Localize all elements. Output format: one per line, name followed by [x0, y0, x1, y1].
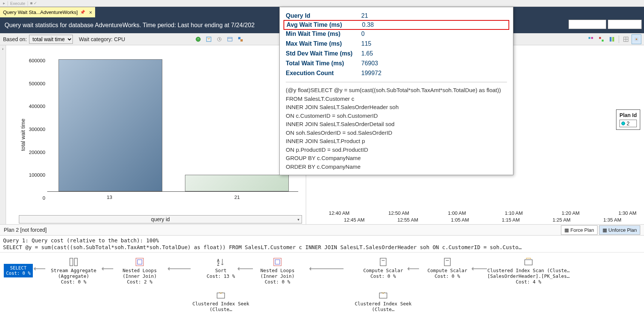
- svg-rect-8: [591, 37, 593, 39]
- svg-rect-3: [228, 37, 232, 41]
- tooltip-row: Execution Count199972: [286, 68, 507, 78]
- ytick: 100000: [29, 172, 45, 178]
- tooltip-sql-line: GROUP BY c.CompanyName: [286, 154, 507, 163]
- ytick: 400000: [29, 103, 45, 109]
- tooltip-row: Min Wait Time (ms)0: [286, 29, 507, 39]
- bar-query-13[interactable]: [59, 59, 162, 191]
- svg-rect-26: [380, 258, 386, 266]
- plan-node-clustered-scan[interactable]: Clustered Index Scan (Cluste…[SalesOrder…: [483, 257, 574, 285]
- view-chart-icon[interactable]: [632, 34, 641, 44]
- ytick: 200000: [29, 149, 45, 155]
- circle-icon: [621, 122, 625, 125]
- tooltip-sql-line: ON c.CustomerID = soh.CustomerID: [286, 112, 507, 120]
- ytick: 0: [43, 195, 45, 200]
- tooltip-sql-line: FROM SalesLT.Customer c: [286, 95, 507, 103]
- svg-rect-12: [612, 37, 614, 42]
- tooltip-row: Max Wait Time (ms)115: [286, 39, 507, 49]
- plan-node-clustered-seek-2[interactable]: Clustered Index Seek (Cluste…: [347, 290, 419, 312]
- execution-plan[interactable]: SELECTCost: 0 % Stream Aggregate(Aggrega…: [0, 253, 644, 313]
- document-tab[interactable]: Query Wait Sta...AdventureWorks] 📌 ×: [0, 7, 95, 17]
- svg-rect-10: [602, 40, 604, 42]
- svg-rect-20: [136, 258, 143, 266]
- collapse-handle[interactable]: ›: [0, 45, 6, 224]
- svg-rect-11: [610, 37, 612, 42]
- sort-icon: AZ: [216, 257, 226, 267]
- plan-node-nested-loops-2[interactable]: Nested Loops(Inner Join)Cost: 0 %: [242, 257, 313, 285]
- gear-icon: ⚙: [611, 22, 616, 27]
- query-text: Query 1: Query cost (relative to the bat…: [0, 236, 644, 253]
- svg-text:Z: Z: [217, 262, 219, 266]
- svg-point-0: [196, 37, 200, 42]
- ytick: 300000: [29, 126, 45, 132]
- tooltip-sql-line: INNER JOIN SalesLT.SalesOrderHeader soh: [286, 103, 507, 112]
- bar-query-21[interactable]: [185, 175, 289, 191]
- unforce-icon: ▦: [602, 227, 607, 233]
- index-seek-icon: [216, 290, 226, 300]
- header-title: Query wait statistics for database Adven…: [5, 22, 254, 29]
- svg-rect-30: [525, 260, 532, 265]
- plan-id-legend: Plan Id 2: [616, 109, 640, 130]
- pin-icon[interactable]: 📌: [80, 10, 85, 15]
- wait-category-label: Wait category: CPU: [79, 36, 125, 42]
- svg-rect-7: [589, 37, 590, 39]
- table-icon[interactable]: [225, 34, 235, 44]
- svg-rect-18: [70, 258, 73, 266]
- tooltip-sql-line: (@y float)SELECT @y = sum(cast((soh.SubT…: [286, 86, 507, 95]
- compute-icon: [378, 257, 388, 267]
- configure-button[interactable]: ⚙Configure: [608, 20, 642, 29]
- xtick: 21: [234, 194, 240, 200]
- xtick: 13: [107, 194, 112, 200]
- escape-view-button[interactable]: ⤢scape View: [569, 20, 606, 29]
- unforce-plan-button[interactable]: ▦Unforce Plan: [599, 225, 640, 235]
- view2-icon[interactable]: [596, 34, 606, 44]
- view1-icon[interactable]: [586, 34, 596, 44]
- view3-icon[interactable]: [607, 34, 617, 44]
- plan-node-nested-loops-1[interactable]: Nested Loops(Inner Join)Cost: 2 %: [104, 257, 176, 285]
- svg-point-17: [636, 39, 637, 40]
- index-seek-icon: [378, 290, 388, 300]
- escape-icon: ⤢: [572, 22, 576, 27]
- plan-header: Plan 2 [not forced] ▦Force Plan ▦Unforce…: [0, 224, 644, 236]
- nested-loops-icon: [135, 257, 145, 267]
- svg-rect-25: [275, 260, 280, 264]
- refresh-icon[interactable]: [193, 34, 203, 44]
- ytick: 600000: [29, 58, 45, 63]
- time-xticks-row1: 12:40 AM12:50 AM1:00 AM1:10 AM1:20 AM1:3…: [329, 210, 636, 216]
- exec-icon[interactable]: [236, 34, 245, 44]
- close-icon[interactable]: ×: [89, 9, 92, 15]
- index-scan-icon: [524, 257, 533, 267]
- plan-node-select[interactable]: SELECTCost: 0 %: [4, 264, 33, 277]
- nested-loops-icon: [273, 257, 282, 267]
- based-on-select[interactable]: total wait time: [29, 35, 73, 44]
- based-on-label: Based on:: [3, 36, 27, 42]
- aggregate-icon: [69, 257, 79, 267]
- x-axis-line: [47, 191, 298, 192]
- svg-rect-24: [274, 258, 281, 266]
- tooltip-row: Avg Wait Time (ms)0.38: [283, 20, 509, 30]
- plan-node-clustered-seek-1[interactable]: Clustered Index Seek (Cluste…: [185, 290, 257, 312]
- view-grid-icon[interactable]: [621, 34, 631, 44]
- plan-title: Plan 2 [not forced]: [4, 227, 47, 233]
- detail-icon[interactable]: [214, 34, 224, 44]
- top-toolbar: ▸Execute■ ✓: [0, 0, 644, 7]
- tooltip-sql-line: ON soh.SalesOrderID = sod.SalesOrderID: [286, 129, 507, 137]
- svg-rect-6: [240, 39, 243, 42]
- force-plan-button[interactable]: ▦Force Plan: [561, 225, 598, 235]
- grid-icon[interactable]: [204, 34, 214, 44]
- plan-id-item[interactable]: 2: [619, 120, 637, 127]
- tooltip-row: Std Dev Wait Time (ms)1.65: [286, 49, 507, 59]
- svg-rect-19: [74, 258, 77, 266]
- plan-node-stream-aggregate[interactable]: Stream Aggregate(Aggregate)Cost: 0 %: [38, 257, 109, 285]
- svg-rect-9: [599, 37, 601, 39]
- compute-icon: [442, 257, 452, 267]
- tooltip-row: Total Wait Time (ms)76903: [286, 59, 507, 68]
- bar-chart-pane: total wait time 0 100000 200000 300000 4…: [6, 45, 306, 224]
- tooltip-sql-line: INNER JOIN SalesLT.SalesOrderDetail sod: [286, 120, 507, 129]
- tooltip-sql-line: ON p.ProductID = sod.ProductID: [286, 146, 507, 154]
- tooltip-row: Query Id21: [286, 11, 507, 21]
- query-tooltip: Query Id21Avg Wait Time (ms)0.38Min Wait…: [279, 7, 513, 175]
- force-icon: ▦: [564, 227, 569, 233]
- x-axis-dropdown[interactable]: query id: [19, 215, 302, 223]
- svg-rect-21: [137, 260, 142, 264]
- svg-rect-5: [238, 37, 240, 39]
